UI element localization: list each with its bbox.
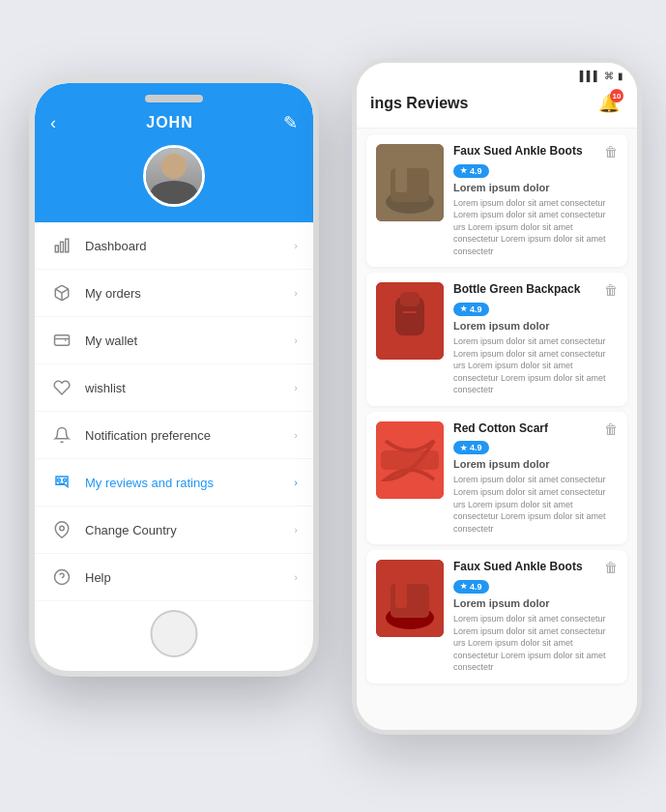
sidebar-item-dashboard[interactable]: Dashboard › (35, 222, 313, 270)
review-item-4: Faux Sued Ankle Boots 🗑 ★ 4.9 Lorem ipsu… (366, 550, 627, 682)
chevron-icon: › (294, 240, 298, 251)
heart-icon (50, 376, 73, 399)
notification-bell-button[interactable]: 🔔 10 (594, 89, 623, 118)
rating-badge-4: ★ 4.9 (453, 580, 489, 594)
location-icon (50, 518, 73, 541)
wallet-icon (50, 329, 73, 352)
star-icon-1: ★ (460, 166, 467, 175)
change-country-label: Change Country (85, 523, 294, 537)
review-subtitle-2: Lorem ipsum dolor (453, 320, 618, 332)
review-list: Faux Sued Ankle Boots 🗑 ★ 4.9 Lorem ipsu… (357, 129, 637, 730)
box-icon (50, 281, 73, 304)
svg-rect-16 (400, 292, 420, 306)
product-thumbnail-2 (376, 282, 444, 360)
review-title-row-4: Faux Sued Ankle Boots 🗑 (453, 560, 618, 575)
chevron-icon: › (294, 429, 298, 441)
right-phone: ▌▌▌ ⌘ ▮ ings Reviews 🔔 10 (352, 58, 642, 735)
review-text-3: Lorem ipsum dolor sit amet consectetur L… (453, 474, 618, 535)
chart-icon (50, 234, 73, 257)
review-title-4: Faux Sued Ankle Boots (453, 560, 583, 573)
svg-rect-2 (66, 239, 69, 252)
svg-rect-19 (381, 450, 439, 470)
sidebar-item-notification-preference[interactable]: Notification preference › (35, 412, 313, 459)
review-subtitle-4: Lorem ipsum dolor (453, 597, 618, 609)
sidebar-item-change-country[interactable]: Change Country › (35, 507, 313, 554)
scarf-image (376, 421, 444, 499)
help-icon (50, 566, 73, 589)
avatar-image (146, 148, 202, 204)
review-content-4: Faux Sued Ankle Boots 🗑 ★ 4.9 Lorem ipsu… (453, 560, 618, 673)
product-thumbnail-3 (376, 421, 444, 499)
review-title-row-1: Faux Sued Ankle Boots 🗑 (453, 144, 618, 160)
notification-icon (50, 423, 73, 447)
sidebar-item-wishlist[interactable]: wishlist › (35, 364, 313, 412)
my-orders-label: My orders (85, 286, 294, 301)
avatar (143, 145, 205, 207)
review-item-1: Faux Sued Ankle Boots 🗑 ★ 4.9 Lorem ipsu… (366, 134, 627, 267)
avatar-section (35, 145, 313, 222)
review-subtitle-3: Lorem ipsum dolor (453, 458, 618, 470)
left-phone: ‹ JOHN ✎ Dashboard (29, 77, 319, 677)
svg-point-6 (64, 478, 67, 481)
delete-review-1[interactable]: 🗑 (604, 144, 618, 160)
star-icon-3: ★ (460, 444, 467, 452)
rating-value-1: 4.9 (470, 166, 482, 176)
help-label: Help (85, 570, 294, 585)
left-phone-screen: ‹ JOHN ✎ Dashboard (35, 83, 313, 671)
wishlist-label: wishlist (85, 381, 294, 395)
sidebar-item-my-wallet[interactable]: My wallet › (35, 317, 313, 364)
dashboard-label: Dashboard (85, 239, 294, 253)
right-header: ings Reviews 🔔 10 (357, 85, 637, 129)
delete-review-4[interactable]: 🗑 (604, 560, 618, 575)
avatar-body (151, 181, 197, 204)
svg-rect-13 (395, 163, 407, 192)
star-icon-2: ★ (460, 304, 467, 313)
sidebar-item-my-reviews[interactable]: My reviews and ratings › (35, 459, 313, 507)
delete-review-2[interactable]: 🗑 (604, 282, 618, 298)
rating-value-2: 4.9 (470, 304, 482, 314)
svg-point-7 (60, 526, 65, 531)
rating-badge-1: ★ 4.9 (453, 164, 489, 178)
edit-icon[interactable]: ✎ (283, 112, 298, 133)
reviews-label: My reviews and ratings (85, 476, 294, 490)
profile-name: JOHN (56, 114, 283, 131)
menu-list: Dashboard › My orders › (35, 222, 313, 601)
notification-badge: 10 (610, 89, 623, 102)
product-thumbnail-1 (376, 144, 444, 221)
review-title-3: Red Cotton Scarf (453, 421, 548, 435)
review-title-1: Faux Sued Ankle Boots (453, 144, 583, 158)
avatar-head (161, 154, 187, 179)
svg-rect-17 (403, 311, 417, 313)
review-text-4: Lorem ipsum dolor sit amet consectetur L… (453, 613, 618, 674)
sidebar-item-my-orders[interactable]: My orders › (35, 270, 313, 317)
review-title-2: Bottle Green Backpack (453, 282, 580, 296)
sidebar-item-help[interactable]: Help › (35, 554, 313, 601)
boots2-image (376, 560, 444, 637)
signal-icon: ▌▌▌ (580, 71, 600, 81)
review-item-3: Red Cotton Scarf 🗑 ★ 4.9 Lorem ipsum dol… (366, 412, 627, 544)
rating-value-3: 4.9 (470, 443, 482, 452)
review-text-2: Lorem ipsum dolor sit amet consectetur L… (453, 335, 618, 396)
review-subtitle-1: Lorem ipsum dolor (453, 182, 618, 193)
rating-value-4: 4.9 (470, 582, 482, 592)
chevron-icon: › (294, 382, 298, 393)
my-wallet-label: My wallet (85, 334, 294, 348)
svg-point-5 (58, 478, 61, 481)
review-title-row-2: Bottle Green Backpack 🗑 (453, 282, 618, 298)
boots-image (376, 144, 444, 221)
review-item-2: Bottle Green Backpack 🗑 ★ 4.9 Lorem ipsu… (366, 273, 627, 405)
chevron-icon: › (294, 571, 298, 583)
chevron-icon: › (294, 287, 298, 299)
review-title-row-3: Red Cotton Scarf 🗑 (453, 421, 618, 437)
product-thumbnail-4 (376, 560, 444, 637)
rating-badge-3: ★ 4.9 (453, 441, 489, 454)
status-bar: ▌▌▌ ⌘ ▮ (357, 63, 637, 85)
review-text-1: Lorem ipsum dolor sit amet consectetur L… (453, 197, 618, 258)
rating-badge-2: ★ 4.9 (453, 303, 489, 316)
wifi-icon: ⌘ (604, 71, 614, 81)
left-header: ‹ JOHN ✎ (35, 83, 313, 145)
review-content-3: Red Cotton Scarf 🗑 ★ 4.9 Lorem ipsum dol… (453, 421, 618, 535)
delete-review-3[interactable]: 🗑 (604, 421, 618, 437)
reviews-page-title: ings Reviews (370, 95, 468, 112)
notification-pref-label: Notification preference (85, 428, 294, 443)
